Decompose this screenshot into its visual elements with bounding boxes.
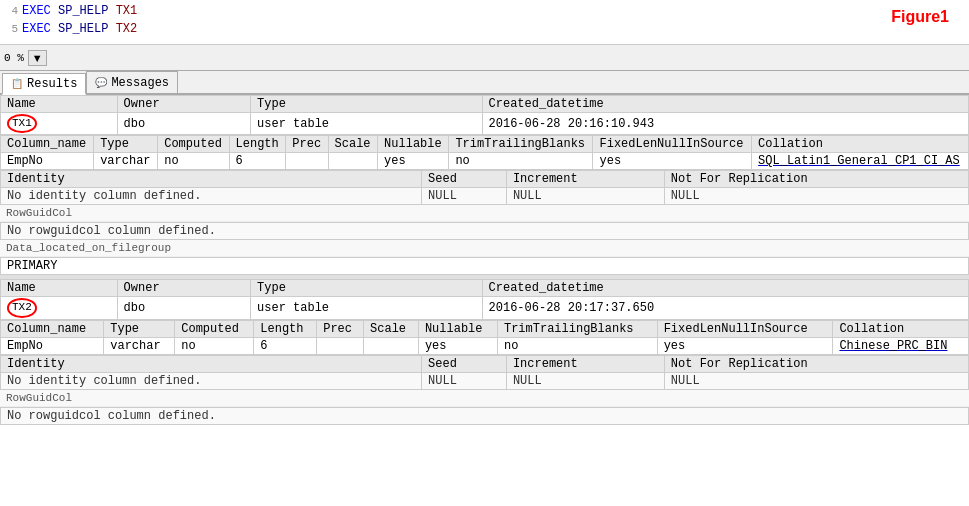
results-area[interactable]: Name Owner Type Created_datetime TX1 dbo [0, 95, 969, 506]
tx2-id-h-identity: Identity [1, 355, 422, 372]
tx2-empno-fixedlen: yes [657, 337, 833, 354]
tx1-col-h-collation: Collation [752, 136, 969, 153]
code-text-5: EXEC SP_HELP TX2 [22, 22, 137, 36]
tx2-name-table-wrap: Name Owner Type Created_datetime TX2 dbo [0, 279, 969, 319]
tx2-name-col-owner: Owner [117, 280, 250, 297]
tx1-id-h-identity: Identity [1, 171, 422, 188]
tx1-col-h-prec: Prec [286, 136, 328, 153]
tx1-identity-table-wrap: Identity Seed Increment Not For Replicat… [0, 170, 969, 205]
line-number-5: 5 [2, 23, 22, 35]
tx2-col-h-scale: Scale [364, 320, 419, 337]
tx2-empno: EmpNo [1, 337, 104, 354]
tx2-name-col-created: Created_datetime [482, 280, 968, 297]
tx2-type: user table [251, 297, 483, 319]
tx2-id-h-notforrep: Not For Replication [664, 355, 968, 372]
tx1-empno: EmpNo [1, 153, 94, 170]
tx1-filegroup-label: Data_located_on_filegroup [0, 240, 969, 257]
tab-messages-label: Messages [111, 76, 169, 90]
tx2-col-table: Column_name Type Computed Length Prec Sc… [0, 320, 969, 355]
tx2-identity-table: Identity Seed Increment Not For Replicat… [0, 355, 969, 390]
tx1-name-col-created: Created_datetime [482, 96, 968, 113]
tx2-col-h-collation: Collation [833, 320, 969, 337]
tx1-col-h-fixedlen: FixedLenNullInSource [593, 136, 752, 153]
table-row: No rowguidcol column defined. [1, 223, 969, 240]
tx1-empno-computed: no [158, 153, 229, 170]
tx2-rowguidcol-table: No rowguidcol column defined. [0, 407, 969, 425]
table-row: No identity column defined. NULL NULL NU… [1, 372, 969, 389]
tx2-name-table: Name Owner Type Created_datetime TX2 dbo [0, 279, 969, 319]
results-icon: 📋 [11, 78, 23, 90]
tx1-empno-trimtrailing: no [449, 153, 593, 170]
tx2-owner: dbo [117, 297, 250, 319]
tx2-col-h-type: Type [104, 320, 175, 337]
table-row: EmpNo varchar no 6 yes no yes Chinese_PR… [1, 337, 969, 354]
tx1-increment: NULL [506, 188, 664, 205]
code-editor: 4 EXEC SP_HELP TX1 5 EXEC SP_HELP TX2 [0, 0, 969, 45]
tx1-name-col-name: Name [1, 96, 118, 113]
tx2-no-rowguidcol: No rowguidcol column defined. [1, 407, 969, 424]
tab-messages[interactable]: 💬 Messages [86, 71, 178, 93]
tx2-name-col-name: Name [1, 280, 118, 297]
tx1-created: 2016-06-28 20:16:10.943 [482, 113, 968, 135]
tx2-rowguidcol-label: RowGuidCol [0, 390, 969, 407]
tx1-col-h-scale: Scale [328, 136, 378, 153]
tx2-col-h-prec: Prec [317, 320, 364, 337]
tx2-seed: NULL [422, 372, 507, 389]
toolbar: 0 % ▼ [0, 45, 969, 71]
tx1-filegroup-value: PRIMARY [1, 258, 969, 275]
tx2-no-identity: No identity column defined. [1, 372, 422, 389]
code-line-4: 4 EXEC SP_HELP TX1 [0, 2, 969, 20]
tx1-rowguidcol-table-wrap: No rowguidcol column defined. [0, 222, 969, 240]
tx1-empno-fixedlen: yes [593, 153, 752, 170]
tab-results[interactable]: 📋 Results [2, 73, 86, 95]
tx2-notforrep: NULL [664, 372, 968, 389]
tx1-filegroup-table: PRIMARY [0, 257, 969, 275]
tx2-name-col-type: Type [251, 280, 483, 297]
tx1-name-table-wrap: Name Owner Type Created_datetime TX1 dbo [0, 95, 969, 135]
tx2-empno-type: varchar [104, 337, 175, 354]
tx2-empno-computed: no [175, 337, 254, 354]
tx2-circled-label: TX2 [7, 298, 37, 317]
tx2-col-h-computed: Computed [175, 320, 254, 337]
tx1-col-h-nullable: Nullable [378, 136, 449, 153]
tx1-id-h-notforrep: Not For Replication [664, 171, 968, 188]
tx2-identity-table-wrap: Identity Seed Increment Not For Replicat… [0, 355, 969, 390]
tx2-rowguidcol-table-wrap: No rowguidcol column defined. [0, 407, 969, 425]
tx1-empno-prec [286, 153, 328, 170]
tx2-empno-prec [317, 337, 364, 354]
tx2-id-h-seed: Seed [422, 355, 507, 372]
table-row: TX1 dbo user table 2016-06-28 20:16:10.9… [1, 113, 969, 135]
tx2-col-h-fixedlen: FixedLenNullInSource [657, 320, 833, 337]
tx1-empno-scale [328, 153, 378, 170]
tx1-empno-type: varchar [94, 153, 158, 170]
tx1-name-col-type: Type [251, 96, 483, 113]
tx1-no-identity: No identity column defined. [1, 188, 422, 205]
zoom-dropdown[interactable]: ▼ [28, 50, 47, 66]
tx1-name-table: Name Owner Type Created_datetime TX1 dbo [0, 95, 969, 135]
tx1-no-rowguidcol: No rowguidcol column defined. [1, 223, 969, 240]
tx1-rowguidcol-label: RowGuidCol [0, 205, 969, 222]
tx2-empno-length: 6 [254, 337, 317, 354]
tx1-name-value: TX1 [1, 113, 118, 135]
tx2-col-h-nullable: Nullable [418, 320, 497, 337]
code-line-5: 5 EXEC SP_HELP TX2 [0, 20, 969, 38]
messages-icon: 💬 [95, 77, 107, 89]
tx1-name-col-owner: Owner [117, 96, 250, 113]
table-row: EmpNo varchar no 6 yes no yes SQL_Latin1… [1, 153, 969, 170]
tx2-empno-trimtrailing: no [497, 337, 657, 354]
tx2-increment: NULL [506, 372, 664, 389]
figure-label: Figure1 [891, 8, 949, 26]
tx1-id-h-increment: Increment [506, 171, 664, 188]
tx1-col-h-colname: Column_name [1, 136, 94, 153]
code-text-4: EXEC SP_HELP TX1 [22, 4, 137, 18]
tx1-id-h-seed: Seed [422, 171, 507, 188]
tx2-id-h-increment: Increment [506, 355, 664, 372]
tx2-col-h-colname: Column_name [1, 320, 104, 337]
tx1-col-h-computed: Computed [158, 136, 229, 153]
tx1-seed: NULL [422, 188, 507, 205]
tx1-empno-length: 6 [229, 153, 286, 170]
tx2-created: 2016-06-28 20:17:37.650 [482, 297, 968, 319]
table-row: TX2 dbo user table 2016-06-28 20:17:37.6… [1, 297, 969, 319]
zoom-level: 0 % [4, 52, 24, 64]
tx1-owner: dbo [117, 113, 250, 135]
